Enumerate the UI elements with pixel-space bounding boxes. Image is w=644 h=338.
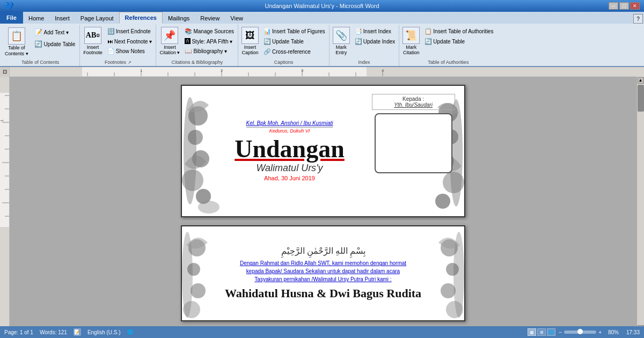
update-table-button[interactable]: 🔄 Update Table xyxy=(32,39,78,49)
sender-address: Kedurus, Dukuh VI xyxy=(269,128,310,134)
help-icon[interactable]: ? xyxy=(633,14,643,24)
insert-caption-button[interactable]: 🖼 InsertCaption xyxy=(239,26,261,56)
restore-btn[interactable]: □ xyxy=(619,2,629,10)
tab-page-layout[interactable]: Page Layout xyxy=(75,13,119,24)
toa-icon: 📋 xyxy=(425,28,432,35)
authorities-group-label: Table of Authorities xyxy=(399,60,497,65)
update-index-button[interactable]: 🔄 Update Index xyxy=(353,37,397,46)
tab-review[interactable]: Review xyxy=(195,13,225,24)
invite-left-content: Kel. Bpk Moh. Anshori / Ibu Kusmiati Ked… xyxy=(182,86,365,217)
endnote-icon: 🔢 xyxy=(107,28,115,35)
language[interactable]: English (U.S.) xyxy=(87,329,121,335)
ribbon-group-authorities: 📜 MarkCitation 📋 Insert Table of Authori… xyxy=(399,25,497,66)
full-screen-btn[interactable]: ⊞ xyxy=(537,328,546,336)
print-layout-btn[interactable]: ▦ xyxy=(528,328,536,336)
arabic-text: بِسْمِ اللهِ الرَّحْمٰنِ الرَّحِيْمِ xyxy=(281,246,365,256)
close-btn[interactable]: ✕ xyxy=(630,2,640,10)
update-table3-button[interactable]: 🔄 Update Table xyxy=(423,37,495,46)
kepada-value: Yth. Ibu/Saudari xyxy=(376,102,451,108)
svg-text:4: 4 xyxy=(382,68,384,73)
footnote-label: InsertFootnote xyxy=(83,45,103,55)
window-controls[interactable]: ─ □ ✕ xyxy=(609,2,640,10)
web-layout-btn[interactable]: 🌐 xyxy=(547,328,555,336)
invite-date: Ahad, 30 Juni 2019 xyxy=(264,175,315,181)
invite-right-content: Kepada : Yth. Ibu/Saudari xyxy=(365,86,464,217)
tab-home[interactable]: Home xyxy=(23,13,49,24)
toc-button[interactable]: 📋 Table ofContents ▾ xyxy=(2,26,31,58)
svg-text:1: 1 xyxy=(0,119,4,122)
insert-toa-button[interactable]: 📋 Insert Table of Authorities xyxy=(423,27,495,36)
ribbon-group-index: 📎 MarkEntry 📑 Insert Index 🔄 Update Inde… xyxy=(330,25,400,66)
toc-icon: 📋 xyxy=(8,27,25,45)
update-table2-button[interactable]: 🔄 Update Table xyxy=(262,37,327,46)
insert-index-button[interactable]: 📑 Insert Index xyxy=(353,27,397,36)
insert-endnote-button[interactable]: 🔢 Insert Endnote xyxy=(106,27,154,36)
bibliography-icon: 📖 xyxy=(185,48,192,55)
minimize-btn[interactable]: ─ xyxy=(609,2,618,10)
invite-subtitle: Walimatul Urs'y xyxy=(256,163,323,174)
scroll-area[interactable]: Kel. Bpk Moh. Anshori / Ibu Kusmiati Ked… xyxy=(10,77,636,332)
insert-footnote-button[interactable]: AB① InsertFootnote xyxy=(81,26,105,56)
spell-check-icon[interactable]: 📝 xyxy=(74,328,81,336)
time-display: 17:33 xyxy=(626,329,640,335)
style-button[interactable]: 🅰 Style: APA Fifth ▾ xyxy=(183,37,236,46)
invite-title: Undangan xyxy=(235,137,345,161)
add-text-label: Add Text ▾ xyxy=(44,30,69,35)
scroll-up-arrow[interactable]: ▲ xyxy=(638,77,644,84)
zoom-slider-thumb xyxy=(577,329,583,334)
vertical-scrollbar[interactable]: ▲ ▼ xyxy=(636,77,644,332)
mark-citation-button[interactable]: 📜 MarkCitation xyxy=(400,26,422,56)
ribbon-group-inner: 📋 Table ofContents ▾ 📝 Add Text ▾ 🔄 Upda… xyxy=(2,26,77,58)
ribbon: 📋 Table ofContents ▾ 📝 Add Text ▾ 🔄 Upda… xyxy=(0,24,644,67)
insert-idx-icon: 📑 xyxy=(355,28,362,35)
mark-entry-label: MarkEntry xyxy=(335,45,347,55)
tof-icon: 📊 xyxy=(264,28,271,35)
main-names: Wahidatul Husna & Dwi Bagus Rudita xyxy=(225,286,421,300)
zoom-out-btn[interactable]: − xyxy=(559,329,562,335)
next-fn-icon: ⏭ xyxy=(107,38,113,45)
cross-reference-button[interactable]: 🔗 Cross-reference xyxy=(262,47,327,56)
index-group-label: Index xyxy=(330,60,399,65)
tab-references[interactable]: References xyxy=(119,12,163,24)
language-icon: 🌐 xyxy=(127,329,133,335)
photo-box xyxy=(375,113,452,173)
caption-icon: 🖼 xyxy=(241,27,259,44)
bibliography-button[interactable]: 📖 Bibliography ▾ xyxy=(183,47,236,56)
kepada-box: Kepada : Yth. Ibu/Saudari xyxy=(372,94,455,110)
word-count: Words: 121 xyxy=(40,329,67,335)
citations-group-label: Citations & Bibliography xyxy=(156,60,238,65)
tab-file[interactable]: File xyxy=(0,12,23,24)
zoom-in-btn[interactable]: + xyxy=(598,329,602,335)
tab-insert[interactable]: Insert xyxy=(49,13,75,24)
add-text-button[interactable]: 📝 Add Text ▾ xyxy=(32,27,78,38)
title-bar: 💙 Undangan Walimatul Urs'y - Microsoft W… xyxy=(0,0,644,12)
update-t2-icon: 🔄 xyxy=(264,38,271,45)
mark-citation-label: MarkCitation xyxy=(403,45,420,55)
next-footnote-button[interactable]: ⏭ Next Footnote ▾ xyxy=(106,37,154,46)
show-notes-button[interactable]: 📄 Show Notes xyxy=(106,47,154,56)
page-info: Page: 1 of 1 xyxy=(4,329,33,335)
captions-group-label: Captions xyxy=(238,60,329,65)
svg-rect-20 xyxy=(0,77,10,93)
horizontal-ruler: ⊡ 1 2 3 4 xyxy=(0,67,644,77)
tab-mailings[interactable]: Mailings xyxy=(163,13,195,24)
scroll-thumb[interactable] xyxy=(638,85,644,112)
footnote-icon: AB① xyxy=(84,27,101,44)
manage-sources-button[interactable]: 📚 Manage Sources xyxy=(183,27,236,36)
sender-name: Kel. Bpk Moh. Anshori / Ibu Kusmiati xyxy=(246,120,333,128)
manage-src-icon: 📚 xyxy=(185,28,192,35)
svg-text:3: 3 xyxy=(301,68,304,73)
document-area: 1 xyxy=(0,77,644,332)
svg-rect-2 xyxy=(367,67,644,76)
svg-rect-21 xyxy=(0,227,10,332)
mark-entry-button[interactable]: 📎 MarkEntry xyxy=(331,26,352,56)
zoom-slider[interactable] xyxy=(564,330,596,334)
svg-rect-1 xyxy=(10,67,82,76)
view-buttons: ▦ ⊞ 🌐 xyxy=(528,328,555,336)
cross-ref-icon: 🔗 xyxy=(264,48,271,55)
body-text: Dengan Rahmat dan Ridlo Allah SWT, kami … xyxy=(240,259,406,283)
insert-tof-button[interactable]: 📊 Insert Table of Figures xyxy=(262,27,327,36)
vertical-ruler: 1 xyxy=(0,77,10,332)
tab-view[interactable]: View xyxy=(225,13,248,24)
insert-citation-button[interactable]: 📌 InsertCitation ▾ xyxy=(157,26,182,56)
